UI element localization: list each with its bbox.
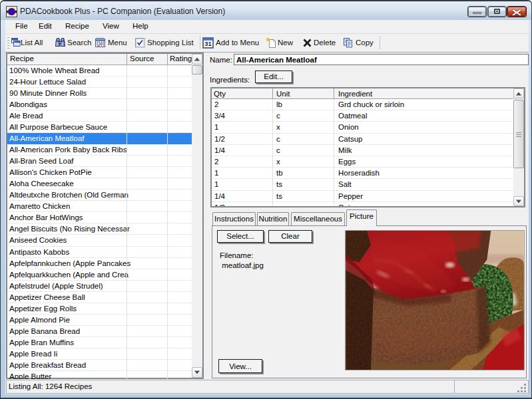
svg-text:31: 31 — [204, 40, 212, 47]
